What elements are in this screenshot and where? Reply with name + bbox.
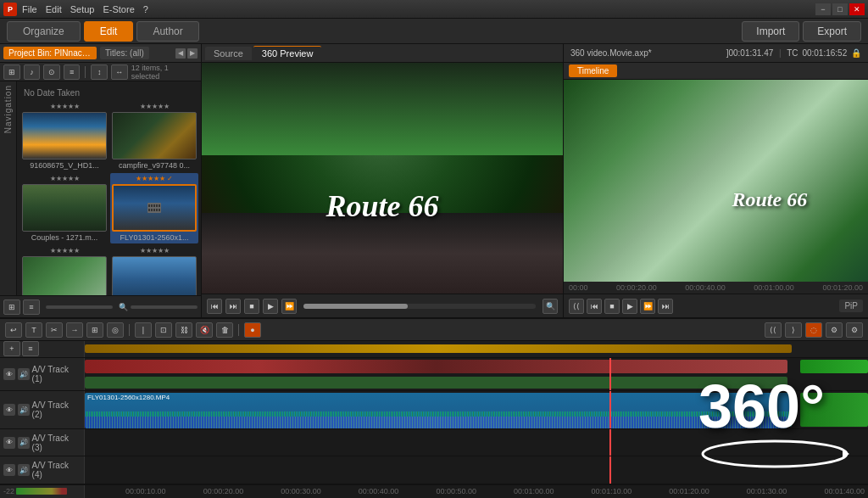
tl-undo[interactable]: ↩ [5, 322, 22, 338]
tl-r4[interactable]: ⚙ [826, 322, 843, 338]
right-rewind-btn[interactable]: ⟨⟨ [569, 299, 584, 314]
play-btn[interactable]: ▶ [263, 299, 278, 314]
next-frame-btn[interactable]: ⏩ [281, 299, 297, 314]
panel-toolbar: ⊞ ♪ ⊙ ≡ ↕ ↔ 12 items, 1 selected [0, 63, 201, 81]
thumb-couples [22, 184, 107, 232]
svg-rect-1 [148, 204, 150, 207]
menu-edit[interactable]: Edit [46, 4, 62, 14]
tl-scissors[interactable]: ✂ [46, 322, 63, 338]
preview-tabs: Source 360 Preview [202, 44, 563, 63]
right-end-btn[interactable]: ⏭ [658, 299, 673, 314]
right-ff-btn[interactable]: ⏩ [640, 299, 655, 314]
tc-mark-0: 00:00 [569, 283, 588, 292]
asset-campfire[interactable]: ★★★★★ campfire_v97748 0... [110, 101, 198, 171]
timeline-tab[interactable]: Timeline [569, 64, 617, 77]
asset-para[interactable]: ★★★★★ parasailing_v5428... [110, 245, 198, 295]
right-stop-btn[interactable]: ■ [604, 299, 620, 314]
tl-r1[interactable]: ⟨⟨ [765, 322, 782, 338]
lp-slider[interactable] [46, 305, 113, 309]
thumb-kids [22, 256, 107, 295]
lp-zoom: 🔍 [119, 303, 128, 311]
project-bin-tab[interactable]: Project Bin: PINnacle Stu... [3, 47, 97, 59]
source-tab[interactable]: Source [205, 47, 252, 60]
app-icon: P [3, 3, 17, 16]
clip-audio-1[interactable] [85, 377, 787, 389]
seek-start-btn[interactable]: ⏮ [207, 299, 222, 314]
tl-mute[interactable]: 🔇 [196, 322, 213, 338]
track-icon-2: 👁 [3, 404, 15, 416]
asset-couples[interactable]: ★★★★★ Couples - 1271.m... [20, 173, 108, 243]
top-navigation: Organize Edit Author Import Export [0, 19, 868, 44]
titlebar-left: P File Edit Setup E-Store ? [3, 3, 148, 16]
menu-help[interactable]: ? [143, 4, 148, 14]
maximize-button[interactable]: □ [832, 3, 848, 15]
route66-text: Route 66 [326, 188, 438, 224]
tl-arrow[interactable]: → [66, 322, 83, 338]
asset-kids[interactable]: ★★★★★ kidsrunning_v388... [20, 245, 108, 295]
tl-group[interactable]: ⊞ [86, 322, 103, 338]
close-button[interactable]: ✕ [849, 3, 865, 15]
lp-slider2[interactable] [131, 305, 198, 309]
tl-record[interactable]: ● [244, 322, 261, 338]
toolbar-btn-5[interactable]: ↕ [91, 64, 108, 80]
svg-rect-5 [159, 204, 160, 207]
toolbar-btn-2[interactable]: ♪ [24, 64, 41, 80]
track-settings-btn[interactable]: ≡ [22, 341, 39, 356]
tab-edit[interactable]: Edit [84, 21, 134, 42]
zoom-search-btn[interactable]: 🔍 [542, 299, 558, 314]
asset-fly[interactable]: ★★★★★ ✓ [110, 173, 198, 243]
asset-sunset[interactable]: ★★★★★ 91608675_V_HD1... [20, 101, 108, 171]
menu-file[interactable]: File [22, 4, 37, 14]
toolbar-btn-6[interactable]: ↔ [111, 64, 128, 80]
tab-organize[interactable]: Organize [7, 21, 81, 42]
tc-mark-1: 00:00:20.00 [616, 283, 657, 292]
preview-background [202, 63, 563, 294]
right-play-btn[interactable]: ▶ [622, 299, 637, 314]
svg-rect-9 [156, 209, 158, 211]
track-name-4: A/V Track (4) [32, 461, 81, 479]
menu-bar: File Edit Setup E-Store ? [22, 4, 148, 14]
tab-author[interactable]: Author [136, 21, 198, 42]
menu-estore[interactable]: E-Store [103, 4, 134, 14]
ruler-2: 00:00:20.00 [203, 487, 244, 495]
panel-arrow-right[interactable]: ▶ [187, 48, 198, 59]
toolbar-btn-1[interactable]: ⊞ [3, 64, 20, 80]
stop-btn[interactable]: ■ [244, 299, 259, 314]
track-name-3: A/V Track (3) [32, 434, 81, 452]
minimize-button[interactable]: − [815, 3, 831, 15]
label-fly: FLY01301-2560x1... [112, 233, 197, 242]
toolbar-btn-4[interactable]: ≡ [64, 64, 81, 80]
prev-frame-btn[interactable]: ⏭ [225, 299, 241, 314]
toolbar-btn-3[interactable]: ⊙ [43, 64, 60, 80]
lp-btn1[interactable]: ⊞ [3, 299, 20, 315]
right-prev-btn[interactable]: ⏮ [587, 299, 602, 314]
lp-btn2[interactable]: ≡ [23, 299, 40, 315]
nav-sidebar-label: Navigation [3, 85, 13, 133]
audio-track-2[interactable] [85, 417, 787, 428]
clip-video-1[interactable] [85, 360, 787, 373]
tl-r5[interactable]: ⚙ [846, 322, 863, 338]
tl-circle[interactable]: ◎ [107, 322, 124, 338]
menu-setup[interactable]: Setup [70, 4, 95, 14]
panel-arrow-left[interactable]: ◀ [175, 48, 186, 59]
import-button[interactable]: Import [742, 21, 799, 42]
360preview-tab[interactable]: 360 Preview [253, 46, 322, 60]
toolbar-sep [85, 66, 86, 78]
tl-link[interactable]: ⛓ [175, 322, 192, 338]
add-track-btn[interactable]: + [3, 341, 20, 356]
tl-delete[interactable]: 🗑 [216, 322, 233, 338]
titles-tab[interactable]: Titles: (all) [100, 47, 149, 59]
vumeter [16, 488, 67, 495]
tl-r3[interactable]: ◌ [805, 322, 822, 338]
timecode-display: ]00:01:31.47 | TC 00:01:16:52 🔒 [726, 48, 861, 58]
preview-timeline-bar[interactable] [303, 304, 536, 309]
clip-end-1[interactable] [800, 360, 868, 373]
tl-r2[interactable]: ⟩ [785, 322, 802, 338]
track-controls-header: + ≡ [0, 341, 868, 358]
pip-button[interactable]: PiP [839, 299, 863, 312]
export-button[interactable]: Export [803, 21, 861, 42]
tl-split[interactable]: | [135, 322, 152, 338]
tc-mark-2: 00:00:40.00 [685, 283, 726, 292]
tl-type[interactable]: T [25, 322, 42, 338]
tl-snap[interactable]: ⊡ [155, 322, 172, 338]
